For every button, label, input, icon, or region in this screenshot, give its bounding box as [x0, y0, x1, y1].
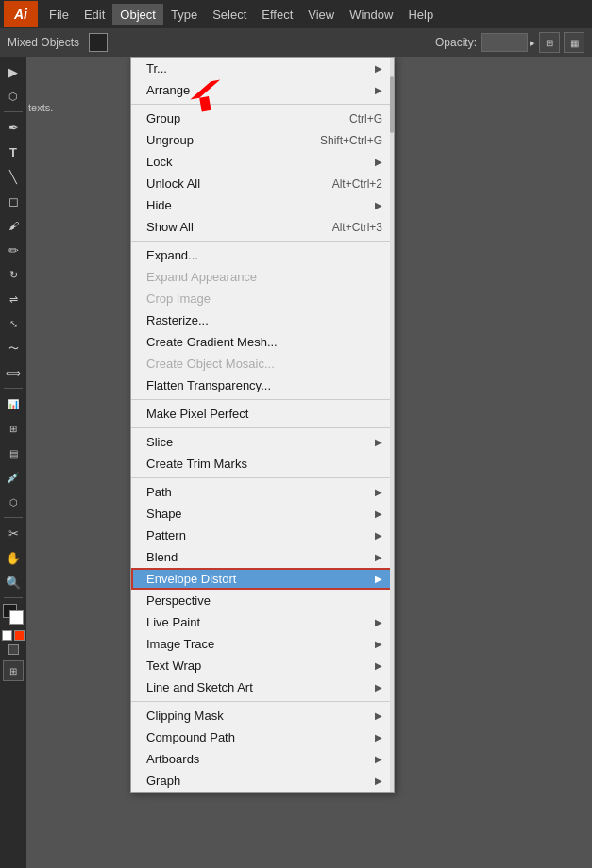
scissors-tool[interactable]: ✂: [2, 522, 25, 544]
menu-item-text-wrap-label: Text Wrap: [146, 659, 201, 673]
menu-item-arrange[interactable]: Arrange ▶: [131, 79, 394, 101]
mirror-tool[interactable]: ⇌: [2, 288, 25, 310]
menu-item-blend[interactable]: Blend ▶: [131, 546, 394, 568]
menu-item-lock[interactable]: Lock ▶: [131, 151, 394, 173]
menu-help[interactable]: Help: [400, 4, 441, 25]
menu-item-text-wrap[interactable]: Text Wrap ▶: [131, 655, 394, 676]
menu-edit[interactable]: Edit: [76, 4, 112, 25]
type-tool[interactable]: T: [2, 141, 25, 163]
fill-stroke-modes: [2, 630, 25, 641]
shape-tool[interactable]: ◻: [2, 190, 25, 212]
separator-5: [131, 477, 394, 478]
menu-item-line-sketch-art[interactable]: Line and Sketch Art ▶: [131, 676, 394, 698]
menu-scrollbar-thumb[interactable]: [390, 76, 394, 133]
menu-item-create-object-mosaic: Create Object Mosaic...: [131, 353, 394, 375]
opacity-input[interactable]: [481, 33, 528, 52]
appearance-btn[interactable]: ⊞: [539, 32, 560, 53]
menu-item-compound-path[interactable]: Compound Path ▶: [131, 726, 394, 748]
menu-item-create-trim-marks[interactable]: Create Trim Marks: [131, 453, 394, 475]
menu-item-group[interactable]: Group Ctrl+G: [131, 108, 394, 129]
menu-item-artboards[interactable]: Artboards ▶: [131, 748, 394, 770]
menu-item-create-gradient-mesh[interactable]: Create Gradient Mesh...: [131, 331, 394, 353]
menu-item-transform-label: Tr...: [146, 61, 167, 75]
width-tool[interactable]: ⟺: [2, 361, 25, 384]
menu-item-shape[interactable]: Shape ▶: [131, 503, 394, 525]
menu-item-graph-arrow: ▶: [375, 776, 382, 786]
menu-type[interactable]: Type: [163, 4, 205, 25]
zoom-tool[interactable]: 🔍: [2, 571, 25, 593]
separator-4: [131, 427, 394, 428]
menu-file[interactable]: File: [42, 4, 76, 25]
gradient-tool[interactable]: ▤: [2, 442, 25, 464]
menu-item-graph[interactable]: Graph ▶: [131, 770, 394, 792]
background-color[interactable]: [9, 610, 24, 625]
menu-item-envelope-distort[interactable]: Envelope Distort ▶: [131, 568, 394, 590]
menu-item-make-pixel-perfect[interactable]: Make Pixel Perfect: [131, 403, 394, 425]
menu-item-live-paint-arrow: ▶: [375, 617, 382, 627]
pencil-tool[interactable]: ✏: [2, 239, 25, 261]
menu-object[interactable]: Object: [112, 4, 163, 25]
menu-item-shape-arrow: ▶: [375, 509, 382, 519]
menu-item-perspective[interactable]: Perspective: [131, 590, 394, 611]
scale-tool[interactable]: ⤡: [2, 312, 25, 335]
normal-mode[interactable]: [8, 644, 19, 655]
menu-item-artboards-label: Artboards: [146, 752, 199, 766]
menu-item-shape-label: Shape: [146, 507, 182, 521]
canvas-area: texts. Tr... ▶ Arrange ▶ Group Ctrl+G Un…: [26, 57, 592, 868]
menu-item-transform[interactable]: Tr... ▶: [131, 58, 394, 79]
color-swatches[interactable]: [3, 604, 24, 625]
eyedropper-tool[interactable]: 💉: [2, 466, 25, 489]
artboard-btn[interactable]: ▦: [564, 32, 584, 53]
menu-item-show-all-shortcut: Alt+Ctrl+3: [332, 221, 382, 234]
menu-item-image-trace-arrow: ▶: [375, 639, 382, 649]
menu-item-arrange-arrow: ▶: [375, 85, 382, 95]
menu-scrollbar[interactable]: [390, 58, 394, 792]
menu-view[interactable]: View: [300, 4, 342, 25]
svg-marker-0: [188, 80, 226, 114]
menu-item-make-pixel-perfect-label: Make Pixel Perfect: [146, 407, 248, 421]
mesh-tool[interactable]: ⊞: [2, 417, 25, 440]
color-fill[interactable]: [14, 630, 25, 641]
select-tool[interactable]: ▶: [2, 60, 25, 83]
menu-item-slice[interactable]: Slice ▶: [131, 431, 394, 453]
menu-item-hide[interactable]: Hide ▶: [131, 194, 394, 216]
menu-item-ungroup[interactable]: Ungroup Shift+Ctrl+G: [131, 129, 394, 151]
menu-item-clipping-mask-arrow: ▶: [375, 710, 382, 721]
opacity-arrow[interactable]: ▸: [530, 37, 535, 49]
menu-item-expand[interactable]: Expand...: [131, 244, 394, 266]
options-bar: Mixed Objects Opacity: ▸ ⊞ ▦: [0, 28, 592, 57]
menu-item-clipping-mask[interactable]: Clipping Mask ▶: [131, 705, 394, 726]
tool-separator-3: [4, 517, 23, 518]
menu-item-unlock-all[interactable]: Unlock All Alt+Ctrl+2: [131, 173, 394, 194]
opacity-control: Opacity: ▸ ⊞ ▦: [435, 32, 584, 53]
menu-item-pattern[interactable]: Pattern ▶: [131, 525, 394, 546]
app-logo: Ai: [4, 1, 38, 27]
menu-item-slice-label: Slice: [146, 435, 173, 449]
menu-item-create-trim-marks-label: Create Trim Marks: [146, 457, 247, 471]
menu-item-perspective-label: Perspective: [146, 593, 211, 608]
menu-item-flatten-transparency[interactable]: Flatten Transparency...: [131, 375, 394, 396]
menu-select[interactable]: Select: [205, 4, 254, 25]
menu-item-live-paint[interactable]: Live Paint ▶: [131, 611, 394, 633]
hand-tool[interactable]: ✋: [2, 546, 25, 569]
paintbrush-tool[interactable]: 🖌: [2, 214, 25, 237]
column-graph-tool[interactable]: 📊: [2, 392, 25, 415]
blend-tool[interactable]: ⬡: [2, 491, 25, 513]
direct-select-tool[interactable]: ⬡: [2, 85, 25, 108]
menu-item-show-all[interactable]: Show All Alt+Ctrl+3: [131, 216, 394, 238]
pen-tool[interactable]: ✒: [2, 116, 25, 139]
separator-3: [131, 399, 394, 400]
menu-window[interactable]: Window: [342, 4, 400, 25]
menu-effect[interactable]: Effect: [254, 4, 300, 25]
none-fill[interactable]: [2, 630, 12, 641]
artboard-tool-bottom[interactable]: ⊞: [3, 660, 24, 681]
rotate-tool[interactable]: ↻: [2, 263, 25, 286]
line-tool[interactable]: ╲: [2, 165, 25, 188]
menu-item-image-trace[interactable]: Image Trace ▶: [131, 633, 394, 655]
menu-item-live-paint-label: Live Paint: [146, 615, 200, 629]
warp-tool[interactable]: 〜: [2, 337, 25, 359]
menu-item-create-gradient-mesh-label: Create Gradient Mesh...: [146, 335, 278, 349]
menu-item-path[interactable]: Path ▶: [131, 481, 394, 503]
separator-2: [131, 241, 394, 242]
menu-item-rasterize[interactable]: Rasterize...: [131, 309, 394, 331]
